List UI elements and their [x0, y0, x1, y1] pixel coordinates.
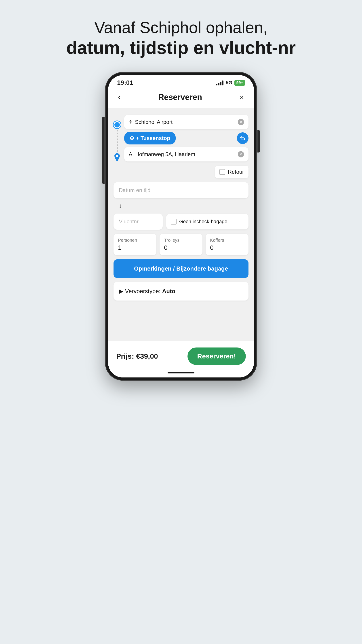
personen-counter[interactable]: Personen 1: [113, 234, 156, 255]
vlucht-input[interactable]: Vluchtnr: [113, 214, 163, 230]
swap-button[interactable]: [237, 132, 249, 144]
vervoerstype-row[interactable]: ▶ Vervoerstype: Auto: [113, 282, 249, 300]
status-bar: 19:01 5G 99+: [108, 75, 254, 86]
retour-row: Retour: [113, 166, 249, 178]
header-line2: datum, tijdstip en vlucht-nr: [66, 37, 296, 58]
tussenstop-button[interactable]: ⊕ + Tussenstop: [124, 132, 176, 144]
destination-pin-icon: [113, 153, 121, 162]
reserve-button[interactable]: Reserveren!: [187, 348, 246, 365]
header-line2-part1: datum,: [66, 38, 130, 58]
retour-label: Retour: [228, 169, 244, 175]
route-icons: [113, 115, 121, 162]
trolleys-label: Trolleys: [164, 238, 198, 243]
header-line2-bold2: vlucht-nr: [219, 38, 296, 58]
trolleys-value: 0: [164, 244, 198, 251]
vervoerstype-value: Auto: [162, 288, 175, 294]
phone-screen: 19:01 5G 99+ ‹ Reserveren ×: [108, 75, 254, 378]
header-line1: Vanaf Schiphol ophalen,: [66, 18, 296, 37]
retour-checkbox[interactable]: [219, 169, 225, 175]
origin-input-row[interactable]: ✈ Schiphol Airport ×: [124, 115, 249, 129]
tussenstop-row: ⊕ + Tussenstop: [124, 132, 249, 144]
svg-point-0: [116, 155, 118, 157]
header-line2-bold1: tijdstip: [130, 38, 188, 58]
route-section: ✈ Schiphol Airport × ⊕ + Tussenstop: [113, 115, 249, 162]
signal-bars-icon: [216, 80, 223, 86]
destination-value: A. Hofmanweg 5A, Haarlem: [129, 151, 236, 158]
personen-value: 1: [118, 244, 152, 251]
network-label: 5G: [226, 80, 232, 86]
phone-mockup: 19:01 5G 99+ ‹ Reserveren ×: [105, 72, 257, 380]
baggage-checkbox-group[interactable]: Geen incheck-bagage: [166, 214, 249, 230]
personen-label: Personen: [118, 238, 152, 243]
destination-input-row[interactable]: A. Hofmanweg 5A, Haarlem ×: [124, 147, 249, 162]
home-bar-icon: [168, 372, 194, 374]
home-indicator: [108, 370, 254, 378]
header-line2-part2: en: [188, 38, 219, 58]
opmerkingen-button[interactable]: Opmerkingen / Bijzondere bagage: [113, 260, 249, 278]
koffers-counter[interactable]: Koffers 0: [206, 234, 249, 255]
arrow-down-icon: ↓: [113, 202, 249, 210]
tussenstop-icon: ⊕: [130, 135, 134, 141]
route-fields: ✈ Schiphol Airport × ⊕ + Tussenstop: [124, 115, 249, 162]
status-time: 19:01: [117, 79, 133, 86]
battery-badge: 99+: [234, 80, 245, 86]
vervoerstype-prefix: ▶ Vervoerstype:: [119, 288, 162, 294]
tussenstop-label: + Tussenstop: [136, 135, 170, 141]
status-icons: 5G 99+: [216, 80, 245, 86]
page-header: Vanaf Schiphol ophalen, datum, tijdstip …: [66, 18, 296, 58]
counters-row: Personen 1 Trolleys 0 Koffers 0: [113, 234, 249, 255]
origin-value: Schiphol Airport: [135, 119, 236, 125]
koffers-value: 0: [210, 244, 244, 251]
flight-baggage-row: Vluchtnr Geen incheck-bagage: [113, 214, 249, 230]
retour-checkbox-group[interactable]: Retour: [215, 166, 249, 178]
trolleys-counter[interactable]: Trolleys 0: [160, 234, 202, 255]
price-label: Prijs: €39,00: [116, 352, 158, 360]
baggage-checkbox[interactable]: [171, 219, 177, 224]
datum-field[interactable]: Datum en tijd: [113, 182, 249, 198]
vlucht-placeholder: Vluchtnr: [119, 218, 139, 224]
koffers-label: Koffers: [210, 238, 244, 243]
baggage-label: Geen incheck-bagage: [179, 219, 227, 224]
bottom-bar: Prijs: €39,00 Reserveren!: [108, 341, 254, 370]
app-content: ✈ Schiphol Airport × ⊕ + Tussenstop: [108, 108, 254, 341]
origin-clear-button[interactable]: ×: [238, 119, 244, 125]
back-button[interactable]: ‹: [116, 91, 122, 104]
route-dashes-icon: [117, 130, 117, 152]
page-title: Reserveren: [158, 92, 202, 102]
origin-dot-icon: [113, 121, 121, 128]
close-button[interactable]: ×: [238, 91, 246, 104]
app-header: ‹ Reserveren ×: [108, 86, 254, 108]
airplane-icon: ✈: [129, 119, 133, 125]
datum-placeholder: Datum en tijd: [119, 187, 150, 193]
destination-clear-button[interactable]: ×: [238, 151, 244, 158]
